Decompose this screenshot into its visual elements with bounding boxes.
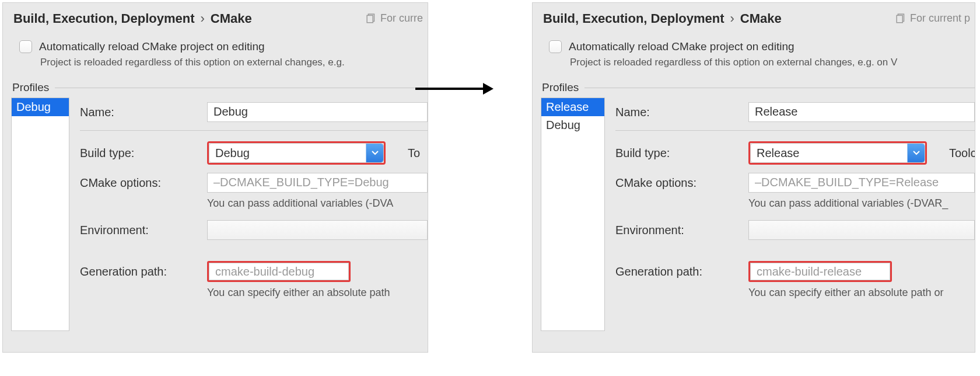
environment-label: Environment:: [615, 224, 738, 237]
environment-label: Environment:: [80, 224, 197, 237]
cmake-options-input[interactable]: –DCMAKE_BUILD_TYPE=Debug: [207, 173, 428, 193]
auto-reload-label[interactable]: Automatically reload CMake project on ed…: [569, 40, 794, 53]
generation-path-hint: You can specify either an absolute path: [207, 287, 428, 299]
profile-item-release[interactable]: Release: [541, 98, 604, 116]
name-label: Name:: [80, 106, 197, 119]
build-type-select[interactable]: Debug: [209, 143, 384, 163]
breadcrumb-parent[interactable]: Build, Execution, Deployment: [13, 11, 194, 26]
copy-icon: [366, 13, 377, 24]
environment-input[interactable]: [748, 220, 975, 240]
scope-hint-text: For current p: [910, 12, 970, 25]
generation-path-label: Generation path:: [615, 265, 738, 278]
divider: [615, 130, 975, 131]
environment-input[interactable]: [207, 220, 428, 240]
profile-item-debug[interactable]: Debug: [12, 98, 69, 116]
build-type-label: Build type:: [615, 147, 738, 160]
generation-path-hint: You can specify either an absolute path …: [748, 287, 975, 299]
chevron-down-icon[interactable]: [907, 144, 925, 162]
auto-reload-label[interactable]: Automatically reload CMake project on ed…: [39, 40, 265, 53]
generation-path-input[interactable]: cmake-build-debug: [209, 263, 349, 280]
settings-panel-after: Build, Execution, Deployment › CMake For…: [532, 2, 975, 353]
breadcrumb-child[interactable]: CMake: [740, 11, 782, 26]
breadcrumb: Build, Execution, Deployment › CMake: [3, 3, 428, 32]
copy-icon: [896, 13, 907, 24]
name-input[interactable]: Release: [748, 102, 975, 122]
build-type-value: Release: [751, 147, 799, 160]
breadcrumb-parent[interactable]: Build, Execution, Deployment: [543, 11, 724, 26]
transition-gap: [430, 0, 530, 376]
build-type-label: Build type:: [80, 147, 197, 160]
name-input[interactable]: Debug: [207, 102, 428, 122]
cmake-options-input[interactable]: –DCMAKE_BUILD_TYPE=Release: [748, 173, 975, 193]
build-type-highlight: Debug: [207, 141, 386, 165]
breadcrumb-child[interactable]: CMake: [211, 11, 252, 26]
auto-reload-hint: Project is reloaded regardless of this o…: [533, 53, 975, 68]
generation-path-highlight: cmake-build-debug: [207, 261, 351, 282]
profiles-label: Profiles: [12, 81, 49, 94]
auto-reload-checkbox[interactable]: [549, 40, 562, 53]
toolchain-label-cut: To: [408, 147, 420, 160]
breadcrumb-separator: ›: [200, 11, 204, 26]
auto-reload-hint: Project is reloaded regardless of this o…: [3, 53, 428, 68]
divider: [584, 88, 975, 88]
generation-path-input[interactable]: cmake-build-release: [750, 263, 890, 280]
cmake-options-label: CMake options:: [80, 176, 197, 190]
chevron-down-icon[interactable]: [366, 144, 383, 162]
cmake-options-hint: You can pass additional variables (-DVA: [207, 197, 428, 210]
build-type-value: Debug: [209, 147, 250, 160]
svg-rect-1: [367, 15, 373, 22]
toolchain-label-cut: Toolc: [949, 147, 975, 160]
divider: [55, 88, 428, 88]
scope-hint: For current p: [896, 12, 970, 25]
profiles-list[interactable]: Debug: [11, 98, 69, 331]
arrow-right-icon: [414, 82, 496, 96]
profiles-label: Profiles: [542, 81, 579, 94]
breadcrumb-separator: ›: [730, 11, 734, 26]
svg-rect-4: [897, 15, 902, 22]
profiles-list[interactable]: Release Debug: [541, 98, 605, 331]
generation-path-label: Generation path:: [80, 265, 197, 278]
divider: [80, 130, 428, 131]
scope-hint: For curre: [366, 12, 423, 25]
profile-item-debug[interactable]: Debug: [541, 116, 604, 134]
name-label: Name:: [615, 106, 738, 119]
cmake-options-hint: You can pass additional variables (-DVAR…: [748, 197, 975, 210]
build-type-select[interactable]: Release: [750, 143, 925, 163]
auto-reload-checkbox[interactable]: [19, 40, 32, 53]
generation-path-highlight: cmake-build-release: [748, 261, 892, 282]
build-type-highlight: Release: [748, 141, 927, 165]
cmake-options-label: CMake options:: [615, 176, 738, 190]
settings-panel-before: Build, Execution, Deployment › CMake For…: [2, 2, 428, 353]
scope-hint-text: For curre: [380, 12, 423, 25]
